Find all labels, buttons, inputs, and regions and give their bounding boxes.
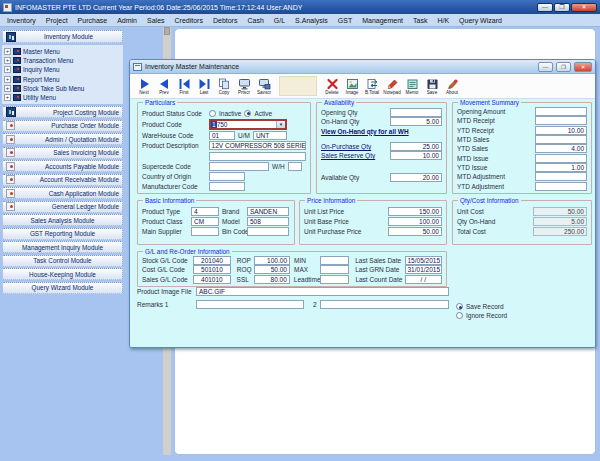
sidebar-item-account-receivable[interactable]: Account Receivable Module	[2, 174, 123, 186]
next-button[interactable]: Next	[134, 78, 154, 95]
stock-gl-field[interactable]: 201040	[193, 256, 231, 265]
menu-hk[interactable]: H/K	[432, 14, 454, 26]
product-code-combo[interactable]: 1 750 ▼	[209, 119, 287, 130]
cost-gl-field[interactable]: 501010	[193, 265, 231, 274]
remarks2-field[interactable]	[320, 300, 449, 309]
brand-field[interactable]: SANDEN	[247, 207, 289, 216]
active-radio[interactable]	[244, 110, 251, 117]
last-sales-date-field[interactable]: 15/05/2015	[405, 256, 443, 265]
sidebar-item-task-control[interactable]: Task Control Module	[2, 255, 123, 267]
sidebar-item-general-ledger[interactable]: General Ledger Module	[2, 201, 123, 213]
mtd-issue-field[interactable]	[535, 154, 587, 163]
unit-base-price-field[interactable]: 100.00	[388, 217, 442, 226]
save-button[interactable]: Save	[422, 78, 442, 95]
sidebar-item-gst-reporting[interactable]: GST Reporting Module	[2, 228, 123, 240]
scrollbar-thumb[interactable]	[164, 27, 170, 35]
tree-item-utility-menu[interactable]: + Utility Menu	[4, 93, 122, 102]
tree-item-transaction-menu[interactable]: + Transaction Menu	[4, 56, 122, 65]
menu-management[interactable]: Management	[357, 14, 408, 26]
max-field[interactable]	[320, 265, 350, 274]
remarks1-field[interactable]	[196, 300, 304, 309]
prev-button[interactable]: Prev	[154, 78, 174, 95]
btotal-button[interactable]: B.Total	[362, 78, 382, 95]
menu-gl[interactable]: G/L	[269, 14, 290, 26]
save-record-radio[interactable]	[456, 303, 463, 310]
image-button[interactable]: Image	[342, 78, 362, 95]
sales-reserve-qty-field[interactable]: 10.00	[390, 151, 442, 160]
prtscr-button[interactable]: Prtscr	[234, 78, 254, 95]
ytd-adjustment-field[interactable]	[535, 182, 587, 191]
menu-task[interactable]: Task	[408, 14, 432, 26]
menu-creditors[interactable]: Creditors	[170, 14, 208, 26]
leadtime-field[interactable]	[320, 275, 350, 284]
bin-code-field[interactable]	[247, 227, 289, 236]
warehouse-field[interactable]: 01	[209, 131, 235, 140]
window-maximize-button[interactable]: ❐	[554, 3, 570, 12]
min-field[interactable]	[320, 256, 350, 265]
mtd-sales-field[interactable]	[535, 135, 587, 144]
expand-plus-icon[interactable]: +	[4, 85, 11, 92]
unit-list-price-field[interactable]: 150.00	[388, 207, 442, 216]
description-field[interactable]: 12V COMPRESSOR 508 SERIES	[209, 141, 306, 150]
sidebar-item-house-keeping[interactable]: House-Keeping Module	[2, 268, 123, 280]
sidebar-item-management-inquiry[interactable]: Management Inquiry Module	[2, 241, 123, 253]
sidebar-item-project-costing[interactable]: Project Costing Module	[2, 106, 123, 118]
unit-purchase-price-field[interactable]: 50.00	[388, 227, 442, 236]
supercede-field[interactable]	[209, 162, 269, 171]
first-button[interactable]: First	[174, 78, 194, 95]
view-onhand-link[interactable]: View On-Hand qty for all WH	[321, 128, 409, 135]
menu-admin[interactable]: Admin	[112, 14, 142, 26]
description2-field[interactable]	[209, 152, 306, 161]
menu-sales[interactable]: Sales	[142, 14, 170, 26]
menu-inventory[interactable]: Inventory	[2, 14, 41, 26]
manufacturer-field[interactable]	[209, 182, 245, 191]
onhand-qty-field[interactable]: 5.00	[390, 117, 442, 126]
uom-field[interactable]: UNT	[253, 131, 287, 140]
origin-field[interactable]	[209, 172, 245, 181]
menu-query-wizard[interactable]: Query Wizard	[454, 14, 507, 26]
menu-purchase[interactable]: Purchase	[73, 14, 113, 26]
expand-plus-icon[interactable]: +	[4, 66, 11, 73]
menu-gst[interactable]: GST	[333, 14, 357, 26]
savscr-button[interactable]: Savscr	[254, 78, 274, 95]
copy-button[interactable]: Copy	[214, 78, 234, 95]
tree-item-stock-take-sub-menu[interactable]: + Stock Take Sub Menu	[4, 84, 122, 93]
main-supplier-field[interactable]	[191, 227, 219, 236]
sidebar-item-inventory-module[interactable]: Inventory Module	[2, 30, 123, 43]
sales-gl-field[interactable]: 401010	[193, 275, 230, 284]
onpurchase-qty-label[interactable]: On-Purchase Qty	[321, 143, 371, 150]
mtd-adjustment-field[interactable]	[535, 172, 587, 181]
inactive-radio[interactable]	[209, 110, 216, 117]
ignore-record-radio[interactable]	[456, 312, 463, 319]
dialog-minimize-button[interactable]: —	[538, 62, 553, 72]
onpurchase-qty-field[interactable]: 25.00	[390, 142, 442, 151]
ssl-field[interactable]: 80.00	[254, 275, 289, 284]
dialog-titlebar[interactable]: Inventory Master Maintenance — ❐ ✕	[130, 60, 595, 74]
last-grn-date-field[interactable]: 31/01/2015	[405, 265, 443, 274]
wh-field[interactable]	[288, 162, 302, 171]
model-field[interactable]: 508	[247, 217, 289, 226]
opening-qty-field[interactable]	[390, 108, 442, 117]
tree-item-master-menu[interactable]: + Master Menu	[4, 47, 122, 56]
sidebar-item-purchase-order[interactable]: Purchase Order Module	[2, 120, 123, 132]
ytd-receipt-field[interactable]: 10.00	[535, 126, 587, 135]
ytd-issue-field[interactable]: 1.00	[535, 163, 587, 172]
sidebar-item-cash-application[interactable]: Cash Application Module	[2, 187, 123, 199]
tree-item-inquiry-menu[interactable]: + Inquiry Menu	[4, 65, 122, 74]
menu-sanalysis[interactable]: S.Analysis	[290, 14, 333, 26]
sidebar-item-query-wizard[interactable]: Query Wizard Module	[2, 282, 123, 294]
dropdown-arrow-icon[interactable]: ▼	[276, 121, 285, 128]
mtd-receipt-field[interactable]	[535, 116, 587, 125]
product-type-field[interactable]: 4	[191, 207, 219, 216]
menu-project[interactable]: Project	[41, 14, 73, 26]
sales-reserve-qty-label[interactable]: Sales Reserve Qty	[321, 152, 375, 159]
memo-button[interactable]: Memo	[402, 78, 422, 95]
tree-item-report-menu[interactable]: + Report Menu	[4, 74, 122, 83]
sidebar-item-admin-quotation[interactable]: Admin / Quotation Module	[2, 133, 123, 145]
menu-debtors[interactable]: Debtors	[208, 14, 243, 26]
expand-plus-icon[interactable]: +	[4, 76, 11, 83]
opening-amount-field[interactable]	[535, 107, 587, 116]
expand-plus-icon[interactable]: +	[4, 48, 11, 55]
last-button[interactable]: Last	[194, 78, 214, 95]
sidebar-item-accounts-payable[interactable]: Accounts Payable Module	[2, 160, 123, 172]
